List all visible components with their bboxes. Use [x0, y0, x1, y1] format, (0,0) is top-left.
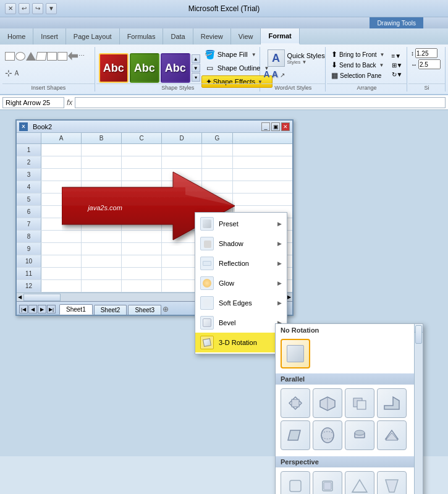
text-icon[interactable]: Ａ — [13, 68, 20, 79]
redo-btn[interactable]: ↪ — [32, 3, 43, 14]
cell[interactable] — [122, 280, 162, 292]
quick-access[interactable]: ▼ — [46, 3, 57, 14]
shape-arrow[interactable] — [68, 52, 78, 61]
tab-insert[interactable]: Insert — [33, 28, 66, 45]
menu-item-preset[interactable]: Preset ▶ — [195, 214, 287, 234]
wordart-shadow-btn[interactable]: A — [272, 69, 278, 79]
rotate-icon[interactable]: ↻▼ — [392, 71, 403, 78]
quick-styles-btn[interactable]: A Quick Styles Styles ▼ — [264, 48, 329, 68]
persp-icon-1[interactable] — [281, 471, 310, 494]
cell[interactable] — [82, 280, 122, 292]
align-icon[interactable]: ≡▼ — [392, 53, 403, 59]
cell[interactable] — [122, 255, 162, 267]
shadow-icon — [200, 237, 214, 250]
shape-para[interactable] — [36, 52, 47, 61]
parallel-icon-3[interactable] — [345, 388, 374, 418]
h-scroll-thumb[interactable] — [23, 294, 61, 301]
panel-scrollbar[interactable]: ▲ ▼ — [414, 324, 423, 494]
menu-item-bevel[interactable]: Bevel ▶ — [195, 313, 287, 333]
style-red[interactable]: Abc — [99, 53, 129, 83]
shape-oval[interactable] — [15, 52, 25, 61]
close-btn[interactable]: ✕ — [281, 122, 290, 131]
height-input[interactable] — [415, 48, 437, 58]
minimize-btn[interactable]: _ — [261, 122, 270, 131]
width-input[interactable] — [418, 59, 441, 69]
tab-format[interactable]: Format — [261, 28, 299, 45]
scroll-more[interactable]: ▾ — [192, 73, 200, 82]
tab-last[interactable]: ▶| — [47, 305, 56, 313]
menu-item-shadow[interactable]: Shadow ▶ — [195, 234, 287, 253]
add-sheet-btn[interactable]: ⊕ — [163, 305, 169, 315]
col-g[interactable]: G — [202, 133, 233, 143]
parallel-icon-4[interactable] — [377, 388, 407, 418]
cell[interactable] — [122, 144, 162, 156]
persp-icon-3[interactable] — [345, 471, 374, 494]
cell[interactable] — [41, 255, 82, 267]
group-icon[interactable]: ⊞▼ — [392, 62, 403, 69]
col-c[interactable]: C — [122, 133, 162, 143]
cell[interactable] — [41, 268, 82, 279]
shape-more[interactable]: ⋯ — [78, 52, 85, 61]
panel-scroll-thumb[interactable] — [415, 325, 422, 344]
parallel-icon-5[interactable] — [281, 420, 310, 450]
wordart-ops: A A ↗ — [264, 69, 285, 79]
undo-btn[interactable]: ↩ — [19, 3, 30, 14]
shape-r3[interactable] — [57, 52, 67, 61]
cell[interactable] — [41, 280, 82, 292]
menu-item-soft-edges[interactable]: Soft Edges ▶ — [195, 293, 287, 313]
tab-page-layout[interactable]: Page Layout — [66, 28, 120, 45]
persp-icon-4[interactable] — [377, 471, 407, 494]
sheet-tab-3[interactable]: Sheet3 — [128, 305, 161, 315]
parallel-icon-7[interactable] — [345, 420, 374, 450]
cell[interactable] — [202, 144, 233, 156]
menu-item-reflection[interactable]: Reflection ▶ — [195, 253, 287, 273]
tab-first[interactable]: |◀ — [19, 305, 28, 313]
cell[interactable] — [122, 268, 162, 279]
sheet-tab-1[interactable]: Sheet1 — [59, 304, 93, 315]
cell[interactable] — [82, 144, 122, 156]
cell[interactable] — [82, 255, 122, 267]
col-d[interactable]: D — [162, 133, 202, 143]
persp-icon-2[interactable] — [313, 471, 342, 494]
shape-r2[interactable] — [47, 52, 57, 61]
wordart-expand-icon[interactable]: ↗ — [280, 72, 285, 79]
rotation-icon-none[interactable] — [281, 339, 310, 368]
parallel-icon-2[interactable] — [313, 388, 342, 418]
parallel-icon-8[interactable] — [377, 420, 407, 450]
scroll-up[interactable]: ▲ — [192, 54, 200, 63]
sp-icon: ▦ — [331, 71, 338, 80]
scroll-left[interactable]: ◀ — [17, 294, 23, 300]
parallel-icon-1[interactable] — [281, 388, 310, 418]
style-green[interactable]: Abc — [130, 53, 159, 83]
tab-review[interactable]: Review — [193, 28, 231, 45]
cell[interactable] — [162, 144, 202, 156]
send-to-back-btn[interactable]: ⬇ Send to Back ▼ — [329, 60, 387, 70]
wordart-color-btn[interactable]: A — [264, 69, 270, 79]
tab-home[interactable]: Home — [0, 28, 33, 45]
col-b[interactable]: B — [82, 133, 122, 143]
tab-prev[interactable]: ◀ — [28, 305, 37, 313]
excel-icon[interactable]: ✕ — [5, 3, 16, 14]
shape-rect[interactable] — [5, 52, 15, 61]
tab-formulas[interactable]: Formulas — [120, 28, 164, 45]
sheet-tab-2[interactable]: Sheet2 — [94, 305, 127, 315]
select-icon[interactable]: ⊹ — [5, 68, 12, 78]
shape-triangle[interactable] — [26, 52, 36, 61]
style-purple[interactable]: Abc — [161, 53, 190, 83]
main-area: X Book2 _ ▣ ✕ A B C D G 1 2 3 4 5 — [0, 110, 448, 456]
parallel-icon-6[interactable] — [313, 420, 342, 450]
menu-item-3d-rotation[interactable]: 3-D Rotation ▶ — [195, 333, 287, 352]
selection-pane-btn[interactable]: ▦ Selection Pane — [329, 70, 387, 80]
restore-btn[interactable]: ▣ — [271, 122, 280, 131]
menu-item-glow[interactable]: Glow ▶ — [195, 273, 287, 293]
name-box[interactable] — [2, 97, 64, 108]
formula-input[interactable] — [75, 97, 446, 108]
tab-view[interactable]: View — [231, 28, 261, 45]
tab-next[interactable]: ▶ — [38, 305, 46, 313]
cell[interactable] — [82, 268, 122, 279]
scroll-down[interactable]: ▼ — [192, 64, 200, 72]
tab-data[interactable]: Data — [163, 28, 193, 45]
cell[interactable] — [41, 144, 82, 156]
bring-to-front-btn[interactable]: ⬆ Bring to Front ▼ — [329, 49, 387, 59]
col-a[interactable]: A — [41, 133, 82, 143]
